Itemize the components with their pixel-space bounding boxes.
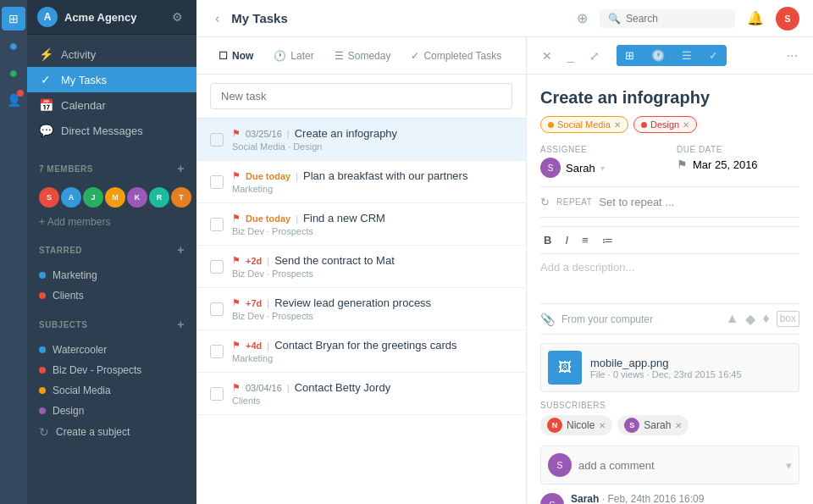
comment-input[interactable] (578, 459, 779, 472)
back-button[interactable]: ‹ (210, 8, 224, 30)
starred-clients-label: Clients (53, 290, 84, 302)
task-item[interactable]: ⚑ 03/25/16 | Create an infography Social… (196, 119, 526, 161)
nav-icon-1[interactable]: ● (2, 34, 25, 58)
app-name: Acme Agency (64, 11, 169, 24)
subject-watercooler[interactable]: Watercooler (27, 340, 196, 360)
nav-icon-2[interactable]: ● (2, 61, 25, 85)
dropbox-icon[interactable]: ◆ (745, 311, 755, 327)
task-meta-1: Social Media · Design (232, 141, 512, 152)
view-list-button[interactable]: ☰ (673, 45, 700, 66)
description-area[interactable]: Add a description... (540, 261, 799, 295)
tab-later[interactable]: 🕐 Later (265, 45, 322, 67)
task-checkbox-7[interactable] (210, 387, 224, 401)
task-item[interactable]: ⚑ +7d | Review lead generation process B… (196, 288, 526, 330)
create-subject-button[interactable]: ↻ Create a subject (27, 421, 196, 443)
subjects-section: SUBJECTS + (27, 306, 196, 340)
social-media-tag-dot (548, 122, 554, 128)
ordered-list-button[interactable]: ≔ (599, 232, 617, 248)
design-tag-close[interactable]: ✕ (683, 120, 689, 130)
task-name-4: Send the contract to Mat (274, 254, 395, 267)
task-checkbox-2[interactable] (210, 175, 224, 189)
task-content-6: ⚑ +4d | Contact Bryan for the greetings … (232, 339, 512, 363)
task-checkbox-6[interactable] (210, 345, 224, 358)
sidebar-item-calendar[interactable]: 📅 Calendar (27, 92, 196, 118)
task-content-4: ⚑ +2d | Send the contract to Mat Biz Dev… (232, 254, 512, 279)
sarah-name: Sarah (644, 419, 671, 431)
new-task-input[interactable] (210, 83, 512, 109)
notification-icon[interactable]: 🔔 (742, 7, 769, 30)
starred-item-clients[interactable]: Clients (27, 285, 196, 306)
members-section-header: 7 MEMBERS + (39, 162, 185, 175)
assignee-dropdown-icon[interactable]: ▾ (600, 163, 605, 173)
home-icon[interactable]: ⊞ (2, 7, 25, 30)
view-detail-button[interactable]: ⊞ (617, 45, 643, 66)
italic-button[interactable]: I (561, 232, 572, 248)
sarah-avatar: S (624, 418, 639, 433)
tab-completed[interactable]: ✓ Completed Tasks (402, 45, 510, 67)
tab-now[interactable]: ☐ Now (210, 45, 262, 67)
expand-button[interactable]: ⤢ (584, 47, 605, 65)
close-button[interactable]: ✕ (537, 47, 557, 65)
subject-biz-dev[interactable]: Biz Dev - Prospects (27, 360, 196, 380)
minimize-button[interactable]: _ (562, 47, 579, 65)
subject-social-media[interactable]: Social Media (27, 380, 196, 401)
add-subject-icon[interactable]: + (177, 318, 185, 331)
detail-meta-row: ASSIGNEE S Sarah ▾ DUE DATE ⚑ Mar 25, 20… (540, 145, 799, 178)
task-content-7: ⚑ 03/04/16 | Contact Betty Jordy Clients (232, 381, 512, 406)
task-checkbox-3[interactable] (210, 218, 224, 231)
add-starred-icon[interactable]: + (177, 243, 185, 257)
subject-design[interactable]: Design (27, 401, 196, 421)
sarah-remove-button[interactable]: ✕ (675, 421, 682, 430)
sidebar-item-my-tasks-label: My Tasks (61, 74, 107, 86)
gdrive-icon[interactable]: ▲ (726, 311, 739, 327)
repeat-value[interactable]: Set to repeat ... (599, 196, 674, 208)
settings-icon[interactable]: ⚙ (169, 8, 186, 25)
task-content-2: ⚑ Due today | Plan a breakfast with our … (232, 169, 512, 194)
subject-design-label: Design (53, 405, 84, 417)
social-media-tag-close[interactable]: ✕ (614, 120, 621, 130)
tasks-area: ☐ Now 🕐 Later ☰ Someday ✓ Completed Task… (196, 37, 813, 504)
sidebar-item-messages[interactable]: 💬 Direct Messages (27, 118, 196, 143)
task-item[interactable]: ⚑ Due today | Plan a breakfast with our … (196, 161, 526, 203)
sidebar-item-activity[interactable]: ⚡ Activity (27, 42, 196, 67)
someday-tab-icon: ☰ (335, 50, 344, 62)
task-item[interactable]: ⚑ 03/04/16 | Contact Betty Jordy Clients (196, 373, 526, 415)
later-tab-label: Later (290, 50, 313, 62)
more-options-button[interactable]: ··· (782, 46, 803, 66)
starred-item-marketing[interactable]: Marketing (27, 265, 196, 285)
task-date-4: +2d (246, 256, 262, 266)
add-task-icon[interactable]: ⊕ (572, 7, 593, 30)
topbar-actions: ⊕ 🔍 🔔 S (572, 7, 799, 30)
detail-title: Create an infography (540, 88, 799, 108)
box-icon[interactable]: box (777, 311, 799, 327)
nicole-remove-button[interactable]: ✕ (599, 421, 606, 430)
task-date-6: +4d (246, 341, 262, 351)
add-member-icon[interactable]: + (177, 162, 185, 175)
task-item[interactable]: ⚑ +4d | Contact Bryan for the greetings … (196, 330, 526, 373)
comment-send-button[interactable]: ▾ (786, 459, 792, 472)
tab-someday[interactable]: ☰ Someday (326, 45, 400, 67)
starred-section-header: STARRED + (39, 243, 185, 257)
task-item[interactable]: ⚑ +2d | Send the contract to Mat Biz Dev… (196, 246, 526, 288)
nav-icon-3[interactable]: 👤 (2, 88, 25, 112)
attachment-label[interactable]: From your computer (561, 313, 653, 325)
evernote-icon[interactable]: ♦ (762, 311, 769, 327)
editor-toolbar: B I ≡ ≔ (540, 226, 799, 254)
view-check-button[interactable]: ✓ (700, 45, 727, 66)
task-checkbox-5[interactable] (210, 302, 224, 316)
task-checkbox-1[interactable] (210, 133, 224, 147)
bullet-list-button[interactable]: ≡ (578, 232, 592, 248)
task-checkbox-4[interactable] (210, 260, 224, 274)
comment-area: S ▾ (540, 446, 799, 485)
search-icon: 🔍 (608, 13, 621, 25)
search-input[interactable] (626, 13, 727, 25)
sidebar-item-my-tasks[interactable]: ✓ My Tasks (27, 67, 196, 92)
user-avatar[interactable]: S (776, 7, 799, 30)
view-clock-button[interactable]: 🕐 (643, 45, 673, 66)
topbar: ‹ My Tasks ⊕ 🔍 🔔 S (196, 0, 813, 37)
add-members-button[interactable]: + Add members (27, 213, 196, 231)
task-item[interactable]: ⚑ Due today | Find a new CRM Biz Dev · P… (196, 203, 526, 246)
bold-button[interactable]: B (540, 232, 555, 248)
starred-marketing-label: Marketing (53, 269, 97, 281)
detail-tags: Social Media ✕ Design ✕ (540, 116, 799, 133)
